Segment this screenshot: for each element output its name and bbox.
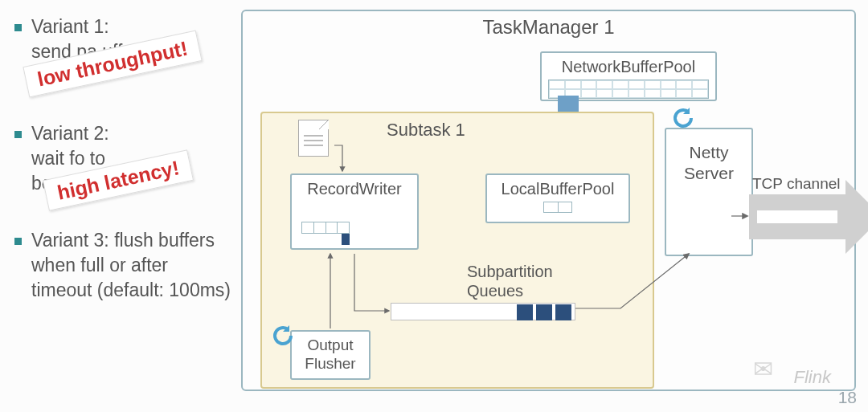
bullet-dot: [14, 238, 22, 245]
queue-block: [517, 304, 533, 320]
localbufferpool-cells: [543, 202, 572, 213]
queue-block: [536, 304, 552, 320]
outputflusher-box: Output Flusher: [290, 330, 371, 380]
localbufferpool-label: LocalBufferPool: [493, 180, 622, 198]
subtask-title: Subtask 1: [387, 120, 465, 141]
page-number: 18: [838, 388, 857, 407]
flink-watermark: Flink: [794, 367, 831, 388]
netty-server-box: Netty Server: [665, 128, 753, 256]
subpartition-queue-bar: [391, 303, 575, 320]
localbufferpool-box: LocalBufferPool: [485, 173, 630, 223]
networkbufferpool-box: NetworkBufferPool: [540, 51, 717, 101]
wechat-icon: ✉: [753, 355, 773, 383]
recordwriter-box: RecordWriter: [290, 173, 419, 250]
tcp-channel-arrow: TCP channel: [749, 194, 868, 239]
recordwriter-label: RecordWriter: [298, 180, 411, 198]
document-icon: [298, 120, 329, 157]
bullet-dot: [14, 131, 22, 138]
recordwriter-cells: [301, 222, 350, 234]
bullet-text: Variant 3: flush buffers when full or af…: [31, 228, 231, 303]
refresh-icon: [268, 321, 297, 350]
outputflusher-label: Output Flusher: [305, 337, 355, 372]
taskmanager-box: TaskManager 1 NetworkBufferPool Subtask …: [241, 10, 856, 391]
tcp-channel-label: TCP channel: [752, 175, 841, 193]
bullet-dot: [14, 24, 22, 31]
subtask-box: Subtask 1 RecordWriter LocalBufferPool S…: [260, 112, 654, 389]
taskmanager-title: TaskManager 1: [243, 16, 854, 39]
subpartition-queues-label: Subpartition Queues: [467, 262, 553, 300]
networkbufferpool-label: NetworkBufferPool: [548, 58, 709, 76]
bullet-variant-3: Variant 3: flush buffers when full or af…: [14, 228, 231, 303]
netty-server-label: Netty Server: [684, 143, 734, 182]
recordwriter-filled-cell: [342, 234, 350, 245]
queue-block: [555, 304, 571, 320]
